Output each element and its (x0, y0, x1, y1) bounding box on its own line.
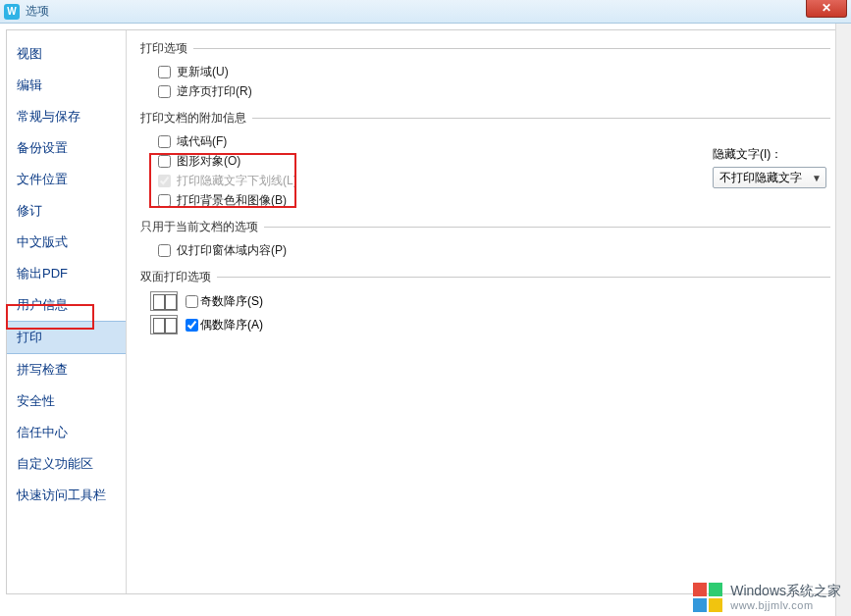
sidebar-item-view[interactable]: 视图 (7, 38, 126, 70)
sidebar-item-label: 安全性 (17, 393, 55, 408)
sidebar-item-edit[interactable]: 编辑 (7, 70, 126, 101)
sidebar-item-label: 编辑 (17, 77, 42, 92)
sidebar-item-trust-center[interactable]: 信任中心 (7, 417, 126, 448)
sidebar-item-label: 备份设置 (17, 140, 68, 155)
sidebar-item-spellcheck[interactable]: 拼写检查 (7, 354, 126, 385)
checkbox-field-codes[interactable] (158, 135, 171, 148)
sidebar-item-label: 信任中心 (17, 425, 68, 439)
watermark-line2: www.bjjmlv.com (730, 599, 841, 611)
divider (217, 277, 830, 278)
windows-logo-icon (693, 583, 722, 612)
option-label: 域代码(F) (177, 133, 227, 150)
app-icon: W (4, 4, 20, 20)
close-button[interactable]: ✕ (806, 0, 847, 18)
vertical-scrollbar[interactable] (835, 24, 851, 616)
group-title: 双面打印选项 (140, 269, 211, 285)
option-form-fields-only[interactable]: 仅打印窗体域内容(P) (158, 241, 830, 259)
sidebar-item-print[interactable]: 打印 (7, 321, 126, 354)
sidebar-item-chinese-layout[interactable]: 中文版式 (7, 227, 126, 258)
checkbox-reverse-print[interactable] (158, 85, 171, 98)
option-background[interactable]: 打印背景色和图像(B) (158, 191, 830, 209)
sidebar-item-output-pdf[interactable]: 输出PDF (7, 258, 126, 289)
duplex-even-icon (150, 315, 178, 334)
checkbox-drawing-objects[interactable] (158, 155, 171, 168)
option-label: 仅打印窗体域内容(P) (177, 242, 287, 259)
sidebar-item-custom-ribbon[interactable]: 自定义功能区 (7, 448, 126, 480)
option-label: 打印隐藏文字下划线(L) (177, 173, 297, 189)
checkbox-background[interactable] (158, 194, 171, 207)
sidebar-item-label: 自定义功能区 (17, 456, 93, 471)
sidebar-item-label: 中文版式 (17, 234, 68, 249)
divider (193, 48, 830, 49)
sidebar-item-label: 打印 (17, 330, 42, 344)
option-label: 奇数降序(S) (200, 293, 263, 310)
sidebar: 视图 编辑 常规与保存 备份设置 文件位置 修订 中文版式 输出PDF 用户信息… (7, 30, 127, 593)
divider (252, 118, 830, 119)
option-label: 偶数降序(A) (200, 317, 263, 334)
sidebar-item-label: 视图 (17, 46, 42, 61)
checkbox-odd-desc[interactable] (186, 295, 198, 308)
sidebar-item-label: 输出PDF (17, 266, 68, 281)
sidebar-item-backup[interactable]: 备份设置 (7, 132, 126, 164)
option-update-fields[interactable]: 更新域(U) (158, 63, 830, 80)
sidebar-item-label: 拼写检查 (17, 362, 68, 377)
group-print-options: 打印选项 更新域(U) 逆序页打印(R) (140, 40, 830, 100)
sidebar-item-revision[interactable]: 修订 (7, 195, 126, 227)
sidebar-item-file-location[interactable]: 文件位置 (7, 164, 126, 195)
window-title: 选项 (26, 3, 49, 20)
group-attach-info: 打印文档的附加信息 域代码(F) 图形对象(O) 打印隐藏文字下划线(L) 打印… (140, 110, 830, 209)
titlebar: W 选项 ✕ (0, 0, 851, 24)
group-title: 打印选项 (140, 40, 187, 57)
sidebar-item-label: 修订 (17, 203, 42, 218)
sidebar-item-label: 快速访问工具栏 (17, 488, 106, 502)
option-odd-desc[interactable]: 奇数降序(S) (150, 291, 830, 311)
group-duplex: 双面打印选项 奇数降序(S) 偶数降序(A) (140, 269, 830, 334)
checkbox-form-fields-only[interactable] (158, 244, 171, 257)
checkbox-hidden-underline (158, 175, 171, 187)
watermark-text: Windows系统之家 www.bjjmlv.com (730, 584, 841, 610)
option-label: 打印背景色和图像(B) (177, 192, 287, 209)
duplex-odd-icon (150, 291, 178, 311)
option-reverse-print[interactable]: 逆序页打印(R) (158, 82, 830, 100)
sidebar-item-general-save[interactable]: 常规与保存 (7, 101, 126, 132)
hidden-text-label: 隐藏文字(I)： (713, 146, 830, 163)
option-label: 图形对象(O) (177, 153, 240, 170)
watermark-line1: Windows系统之家 (730, 584, 841, 598)
hidden-text-value: 不打印隐藏文字 (719, 170, 802, 186)
divider (264, 227, 830, 228)
option-label: 更新域(U) (177, 64, 229, 80)
group-title: 打印文档的附加信息 (140, 110, 246, 127)
group-title: 只用于当前文档的选项 (140, 219, 258, 235)
sidebar-item-quick-access[interactable]: 快速访问工具栏 (7, 480, 126, 511)
sidebar-item-label: 文件位置 (17, 172, 68, 186)
option-even-desc[interactable]: 偶数降序(A) (150, 315, 830, 334)
dialog-body: 视图 编辑 常规与保存 备份设置 文件位置 修订 中文版式 输出PDF 用户信息… (6, 29, 845, 594)
hidden-text-block: 隐藏文字(I)： 不打印隐藏文字 ▼ (713, 146, 830, 188)
content-panel: 打印选项 更新域(U) 逆序页打印(R) 打印文档的附加信息 域代码(F) (127, 30, 844, 593)
checkbox-even-desc[interactable] (186, 319, 198, 332)
chevron-down-icon: ▼ (812, 173, 822, 183)
sidebar-item-user-info[interactable]: 用户信息 (7, 289, 126, 321)
group-current-doc: 只用于当前文档的选项 仅打印窗体域内容(P) (140, 219, 830, 259)
hidden-text-select[interactable]: 不打印隐藏文字 ▼ (713, 167, 826, 188)
sidebar-item-security[interactable]: 安全性 (7, 385, 126, 417)
checkbox-update-fields[interactable] (158, 66, 171, 78)
option-label: 逆序页打印(R) (177, 83, 252, 100)
sidebar-item-label: 常规与保存 (17, 109, 80, 124)
close-icon: ✕ (822, 1, 831, 15)
sidebar-item-label: 用户信息 (17, 297, 68, 312)
watermark: Windows系统之家 www.bjjmlv.com (693, 583, 841, 612)
